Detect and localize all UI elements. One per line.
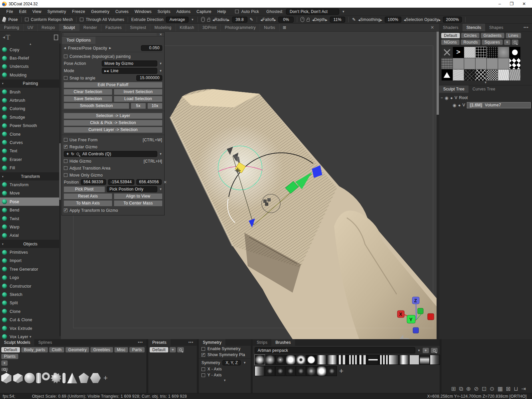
smooth-10x-button[interactable]: 10x bbox=[148, 103, 162, 109]
scroll-down-icon[interactable]: ▼ bbox=[439, 81, 532, 84]
stencil-plain[interactable] bbox=[487, 58, 498, 69]
viewport-3d[interactable]: Z X Y ✕ Tool Options bbox=[61, 32, 439, 339]
stencil-soft-blur[interactable] bbox=[498, 47, 509, 58]
model-category-chip[interactable]: Parts bbox=[129, 347, 145, 352]
apply-transform-checkbox[interactable] bbox=[64, 208, 67, 212]
volume-item[interactable]: [1.6M] Volume7 bbox=[467, 102, 531, 108]
sidebar-tool-item[interactable]: Painting bbox=[0, 79, 61, 88]
brush-gradient[interactable] bbox=[255, 366, 265, 376]
sidebar-tool-item[interactable]: Clone bbox=[0, 307, 61, 316]
brush-stripes[interactable] bbox=[347, 355, 357, 365]
sidebar-tool-item[interactable]: Clone bbox=[0, 130, 61, 138]
model-cylinder[interactable] bbox=[36, 372, 42, 384]
model-category-chip[interactable]: Default bbox=[1, 347, 20, 352]
tab-brushes[interactable]: Brushes bbox=[271, 339, 295, 346]
voxel-mode-icon[interactable]: V bbox=[463, 103, 465, 107]
tab-sculpt-models[interactable]: Sculpt Models bbox=[0, 339, 34, 346]
reset-axis-button[interactable]: Reset Axis bbox=[64, 194, 112, 199]
align-to-view-button[interactable]: Align to View bbox=[114, 194, 162, 199]
brush-soft[interactable] bbox=[255, 355, 265, 365]
brush-stripes[interactable] bbox=[337, 355, 347, 365]
collapse-icon[interactable]: ◀ bbox=[3, 36, 5, 39]
export-icon[interactable]: ⇥ bbox=[521, 385, 526, 392]
brush-faint-dot[interactable] bbox=[327, 366, 337, 376]
chevron-down-icon[interactable]: ▼ bbox=[159, 188, 162, 191]
minimize-button[interactable]: – bbox=[498, 1, 501, 6]
panel-grip[interactable]: ✕ bbox=[62, 33, 164, 37]
menu-item[interactable]: Windows bbox=[132, 9, 155, 14]
brush-faint-dot[interactable] bbox=[265, 366, 275, 376]
hide-gizmo-checkbox[interactable] bbox=[64, 159, 67, 163]
smooth-5x-button[interactable]: 5x bbox=[131, 103, 146, 109]
sidebar-tool-item[interactable]: Airbrush bbox=[0, 96, 61, 104]
stencil-diamond-lattice[interactable] bbox=[475, 69, 486, 80]
shader-ball-icon[interactable]: ● bbox=[458, 103, 461, 108]
selection-to-layer-button[interactable]: Selection -> Layer bbox=[64, 113, 162, 119]
stencil-plain[interactable] bbox=[453, 58, 464, 69]
model-polyhedron[interactable] bbox=[78, 372, 89, 384]
model-category-chip[interactable]: Misc bbox=[114, 347, 128, 352]
workspace-tab[interactable]: UV bbox=[24, 24, 38, 31]
workspace-tab[interactable]: Retopo bbox=[38, 24, 60, 31]
stencil-grid[interactable] bbox=[475, 47, 486, 58]
search-button[interactable] bbox=[177, 347, 184, 352]
brush-faint-dot[interactable] bbox=[286, 366, 296, 376]
model-category-chip[interactable]: Cloth bbox=[49, 347, 65, 352]
stencil-dot-lattice[interactable] bbox=[487, 47, 498, 58]
smoothing-value[interactable]: 100% bbox=[385, 17, 401, 23]
clear-position-icon[interactable]: ✕ bbox=[164, 180, 167, 185]
clear-selection-button[interactable]: Clear Selection bbox=[64, 89, 112, 95]
sidebar-tool-item[interactable]: Logo bbox=[0, 274, 61, 282]
brush-ring[interactable] bbox=[296, 355, 306, 365]
tab-curves-tree[interactable]: Curves Tree bbox=[468, 85, 499, 93]
sidebar-tool-item[interactable]: Transform bbox=[0, 172, 61, 181]
sidebar-tool-item[interactable]: Brush bbox=[0, 88, 61, 96]
tab-sculpt-tree[interactable]: Sculpt Tree bbox=[439, 85, 468, 93]
sidebar-tool-item[interactable]: Axial bbox=[0, 231, 61, 240]
click-pick-selection-button[interactable]: Click & Pick -> Selection bbox=[64, 120, 162, 126]
enable-symmetry-checkbox[interactable] bbox=[201, 347, 205, 351]
model-sphere[interactable] bbox=[24, 372, 35, 384]
sidebar-tool-item[interactable]: Warp bbox=[0, 223, 61, 231]
pose-action-dropdown[interactable]: Move by Gizmo bbox=[102, 61, 157, 66]
search-button[interactable] bbox=[512, 40, 518, 45]
sidebar-tool-item[interactable]: Vox Extrude bbox=[0, 324, 61, 332]
gizmo-controls-dropdown[interactable]: + ↻ All Controls (Q) bbox=[64, 151, 157, 157]
tree-row-root[interactable]: − ◉ ● V Root bbox=[441, 94, 531, 101]
save-selection-button[interactable]: Save Selection bbox=[64, 96, 112, 102]
stencil-speckle-light[interactable] bbox=[498, 69, 509, 80]
brush-gradient[interactable] bbox=[389, 355, 399, 365]
sidebar-tool-item[interactable]: Cut & Clone bbox=[0, 316, 61, 324]
workspace-tab[interactable]: Sculpt bbox=[60, 24, 79, 31]
model-torus[interactable] bbox=[42, 372, 50, 380]
sidebar-tool-item[interactable]: Undercuts bbox=[0, 63, 61, 71]
menu-item[interactable]: Curves bbox=[112, 9, 132, 14]
brush-ball[interactable] bbox=[317, 366, 327, 376]
visibility-eye-icon[interactable]: ◉ bbox=[453, 103, 457, 108]
lock-icon[interactable] bbox=[307, 19, 310, 22]
stencil-plain[interactable] bbox=[498, 58, 509, 69]
visibility-eye-icon[interactable]: ◉ bbox=[445, 95, 449, 100]
workspace-tab[interactable]: Simplest bbox=[126, 24, 150, 31]
pick-pivot-button[interactable]: Pick Pivot bbox=[64, 187, 105, 192]
workspace-tab[interactable]: Painting bbox=[0, 24, 24, 31]
tab-shaders[interactable]: Shaders bbox=[439, 24, 463, 31]
regular-gizmo-checkbox[interactable] bbox=[64, 145, 67, 149]
sidebar-tool-item[interactable]: Bend bbox=[0, 206, 61, 214]
position-z-field[interactable]: 656.45056 bbox=[136, 179, 161, 185]
through-volumes-checkbox[interactable] bbox=[80, 18, 83, 21]
close-button[interactable]: ✕ bbox=[522, 1, 526, 6]
add-brush-icon[interactable]: + bbox=[337, 367, 345, 375]
sidebar-tool-item[interactable]: Primitives bbox=[0, 248, 61, 256]
position-y-field[interactable]: -154.53944 bbox=[108, 179, 135, 185]
shader-ball-icon[interactable]: ● bbox=[450, 95, 453, 100]
mode-dropdown[interactable]: ▸◂Line bbox=[102, 68, 157, 74]
menu-item[interactable]: View bbox=[29, 9, 44, 14]
depth-value[interactable]: 11% bbox=[330, 17, 345, 23]
menu-item[interactable]: Symmetry bbox=[44, 9, 69, 14]
brush-soft-dim[interactable] bbox=[306, 366, 316, 376]
edit-pose-falloff-button[interactable]: Edit Pose Falloff bbox=[64, 82, 162, 88]
stencil-noise[interactable] bbox=[464, 47, 475, 58]
sidebar-tool-item[interactable]: Copy bbox=[0, 46, 61, 54]
model-category-chip[interactable]: Plants bbox=[1, 354, 18, 359]
